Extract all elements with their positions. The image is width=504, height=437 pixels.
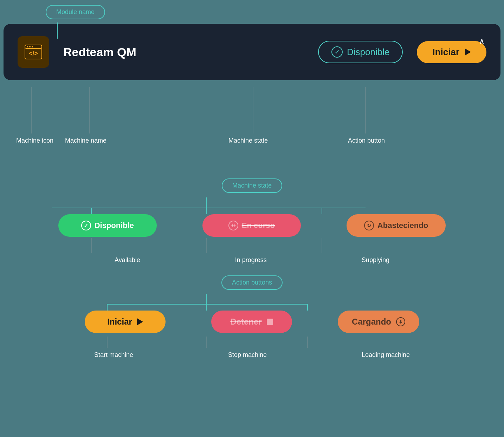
state-inprogress: ⏸ En curso: [202, 214, 301, 237]
machine-icon: </>: [18, 36, 49, 68]
machine-name-diagram-label: Machine name: [65, 137, 106, 144]
svg-point-24: [29, 46, 31, 47]
loading-sublabel: Loading machine: [362, 351, 410, 359]
loading-icon: ⬇: [396, 317, 405, 326]
start-sublabel: Start machine: [94, 351, 133, 359]
stop-label: Detener: [230, 317, 261, 327]
iniciar-label: Iniciar: [432, 47, 459, 58]
machine-state-badge-label: Machine state: [222, 178, 282, 193]
available-label: Disponible: [95, 221, 134, 230]
stop-icon: [267, 319, 273, 325]
action-buttons-section: Action buttons: [221, 275, 283, 290]
loading-machine-button[interactable]: Cargando ⬇: [338, 311, 419, 333]
machine-name: Redteam QM: [63, 45, 318, 59]
machine-icon-label: Machine icon: [16, 137, 53, 144]
start-label: Iniciar: [107, 317, 132, 327]
state-supplying: ↻ Abasteciendo: [347, 214, 446, 237]
action-buttons-badge-label: Action buttons: [221, 275, 283, 290]
machine-state-label: Disponible: [347, 47, 389, 58]
play-icon: [465, 48, 471, 56]
available-sublabel: Available: [115, 256, 140, 264]
action-buttons-row: Iniciar Detener Cargando ⬇: [0, 311, 504, 333]
start-play-icon: [137, 318, 143, 325]
available-check-icon: ✓: [81, 221, 91, 230]
main-card: </> Redteam QM ✓ Disponible Iniciar ∧: [4, 24, 500, 80]
start-machine-button[interactable]: Iniciar: [85, 311, 166, 333]
action-button-diagram-label: Action button: [348, 137, 385, 144]
machine-state-diagram-label: Machine state: [228, 137, 268, 144]
state-sublabels-row: Available In progress Supplying: [0, 256, 504, 264]
supplying-label: Abasteciendo: [377, 221, 428, 230]
state-check-icon: ✓: [331, 46, 343, 58]
inprogress-icon: ⏸: [228, 221, 238, 230]
inprogress-sublabel: In progress: [235, 256, 267, 264]
machine-state-badge: ✓ Disponible: [318, 41, 403, 63]
action-sublabels-row: Start machine Stop machine Loading machi…: [0, 351, 504, 359]
state-cards-row: ✓ Disponible ⏸ En curso ↻ Abasteciendo: [0, 214, 504, 237]
supplying-icon: ↻: [364, 221, 374, 230]
supplying-sublabel: Supplying: [362, 256, 389, 264]
state-available: ✓ Disponible: [58, 214, 157, 237]
inprogress-label: En curso: [242, 221, 275, 230]
collapse-button[interactable]: ∧: [479, 37, 485, 46]
stop-machine-button[interactable]: Detener: [211, 311, 292, 333]
loading-label: Cargando: [352, 317, 391, 327]
iniciar-button[interactable]: Iniciar: [417, 41, 486, 63]
stop-sublabel: Stop machine: [228, 351, 267, 359]
svg-point-25: [32, 46, 33, 47]
svg-point-23: [27, 46, 28, 47]
module-name-badge: Module name: [46, 5, 105, 19]
machine-state-section: Machine state: [222, 178, 282, 193]
svg-text:</>: </>: [29, 50, 38, 57]
